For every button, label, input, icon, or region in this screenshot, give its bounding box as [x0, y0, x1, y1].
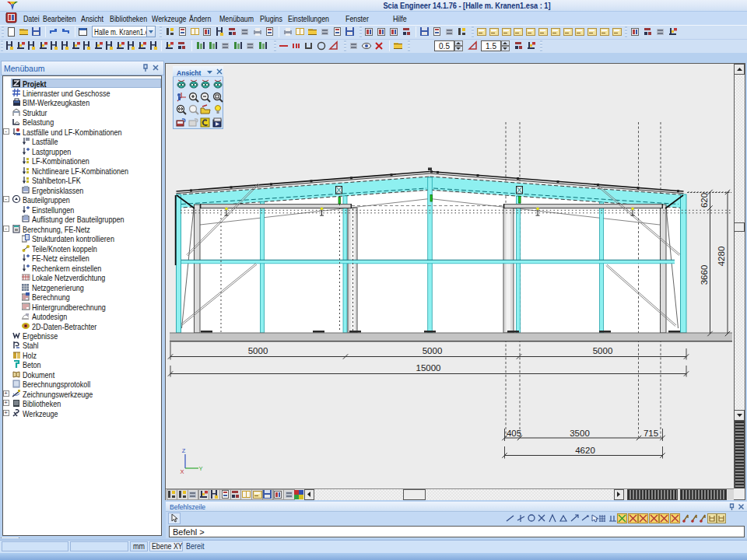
svg-text:3660: 3660 [700, 265, 709, 285]
svg-text:4280: 4280 [717, 247, 726, 267]
svg-text:715: 715 [644, 429, 658, 438]
svg-text:5000: 5000 [423, 346, 443, 355]
svg-text:15000: 15000 [416, 363, 441, 373]
svg-text:3500: 3500 [570, 429, 590, 438]
svg-text:620: 620 [700, 193, 709, 208]
svg-text:X: X [180, 468, 184, 475]
svg-text:5000: 5000 [593, 346, 613, 355]
svg-text:Z: Z [182, 447, 186, 454]
svg-text:4620: 4620 [575, 446, 595, 455]
svg-text:Y: Y [198, 465, 202, 472]
svg-text:405: 405 [507, 429, 521, 438]
svg-text:5000: 5000 [248, 346, 268, 355]
